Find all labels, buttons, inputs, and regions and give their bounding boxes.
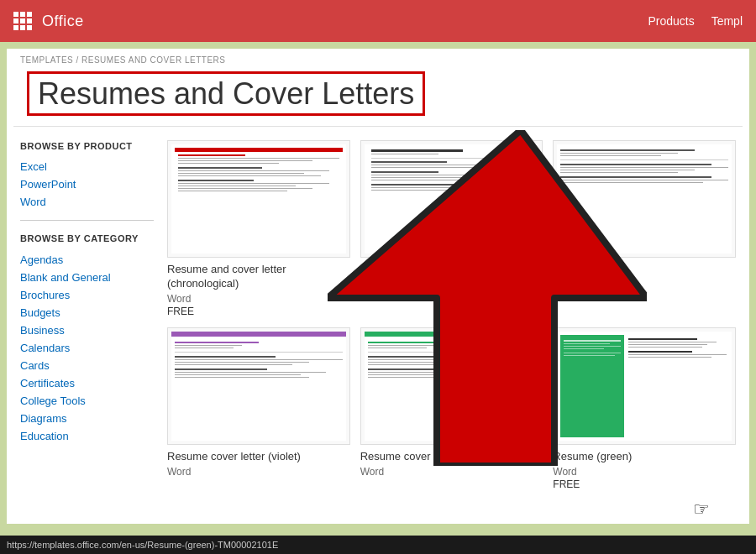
template-price-3: FREE — [553, 291, 736, 303]
breadcrumb: TEMPLATES / RESUMES AND COVER LETTERS — [7, 49, 749, 68]
content-area: BROWSE BY PRODUCT Excel PowerPoint Word … — [7, 127, 749, 524]
sidebar-link-powerpoint[interactable]: PowerPoint — [20, 178, 154, 191]
sidebar-link-cards[interactable]: Cards — [20, 359, 154, 372]
template-app-1: Word — [167, 293, 350, 305]
template-card-2[interactable]: Resume Word FREE — [360, 140, 543, 317]
template-app-5: Word — [360, 466, 543, 478]
templates-grid: Resume and cover letter (chronological) … — [160, 127, 743, 524]
top-navigation: Office Products Templ — [0, 0, 756, 42]
template-card-5[interactable]: Resume cover letter (green) Word — [360, 327, 543, 490]
template-app-2: Word — [360, 279, 543, 290]
template-name-6: Resume (green) — [553, 450, 736, 464]
template-app-6: Word — [553, 466, 736, 478]
sidebar-link-calendars[interactable]: Calendars — [20, 342, 154, 354]
sidebar-link-education[interactable]: Education — [20, 430, 154, 442]
template-name-4: Resume cover letter (violet) — [167, 450, 350, 464]
status-url: https://templates.office.com/en-us/Resum… — [7, 540, 278, 550]
template-thumbnail-1 — [167, 140, 350, 258]
template-thumbnail-2 — [360, 140, 543, 258]
template-card-3[interactable]: Simple resume Word FREE — [553, 140, 736, 317]
sidebar-link-business[interactable]: Business — [20, 324, 154, 337]
sidebar-link-college[interactable]: College Tools — [20, 395, 154, 407]
sidebar-link-agendas[interactable]: Agendas — [20, 253, 154, 266]
sidebar-divider-1 — [20, 220, 154, 221]
status-bar: https://templates.office.com/en-us/Resum… — [0, 536, 756, 554]
sidebar-link-diagrams[interactable]: Diagrams — [20, 412, 154, 425]
template-thumbnail-6 — [553, 327, 736, 445]
template-app-4: Word — [167, 466, 350, 478]
browse-by-product-title: BROWSE BY PRODUCT — [20, 140, 154, 152]
browse-by-category-title: BROWSE BY CATEGORY — [20, 233, 154, 244]
page-title: Resumes and Cover Letters — [27, 71, 425, 116]
template-app-3: Word — [553, 279, 736, 290]
template-thumbnail-3 — [553, 140, 736, 258]
nav-templates[interactable]: Templ — [711, 14, 743, 28]
template-price-2: FREE — [360, 291, 543, 303]
office-label: Office — [42, 13, 84, 30]
template-name-3: Simple resume — [553, 263, 736, 277]
template-thumbnail-4 — [167, 327, 350, 445]
main-container: TEMPLATES / RESUMES AND COVER LETTERS Re… — [7, 49, 749, 524]
sidebar-link-budgets[interactable]: Budgets — [20, 306, 154, 319]
sidebar: BROWSE BY PRODUCT Excel PowerPoint Word … — [13, 127, 160, 524]
template-name-5: Resume cover letter (green) — [360, 450, 543, 464]
nav-links: Products Templ — [648, 14, 743, 28]
sidebar-link-word[interactable]: Word — [20, 196, 154, 208]
grid-icon[interactable] — [13, 12, 32, 30]
template-card-4[interactable]: Resume cover letter (violet) Word — [167, 327, 350, 490]
page-title-wrapper: Resumes and Cover Letters — [13, 68, 743, 127]
nav-products[interactable]: Products — [648, 14, 694, 28]
template-name-2: Resume — [360, 263, 543, 277]
template-thumbnail-5 — [360, 327, 543, 445]
sidebar-link-blank[interactable]: Blank and General — [20, 271, 154, 284]
sidebar-link-excel[interactable]: Excel — [20, 160, 154, 173]
template-card-6[interactable]: Resume (green) Word FREE — [553, 327, 736, 490]
template-price-1: FREE — [167, 306, 350, 317]
sidebar-link-certificates[interactable]: Certificates — [20, 377, 154, 389]
template-price-6: FREE — [553, 478, 736, 490]
template-name-1: Resume and cover letter (chronological) — [167, 263, 350, 291]
template-card-1[interactable]: Resume and cover letter (chronological) … — [167, 140, 350, 317]
sidebar-link-brochures[interactable]: Brochures — [20, 289, 154, 301]
